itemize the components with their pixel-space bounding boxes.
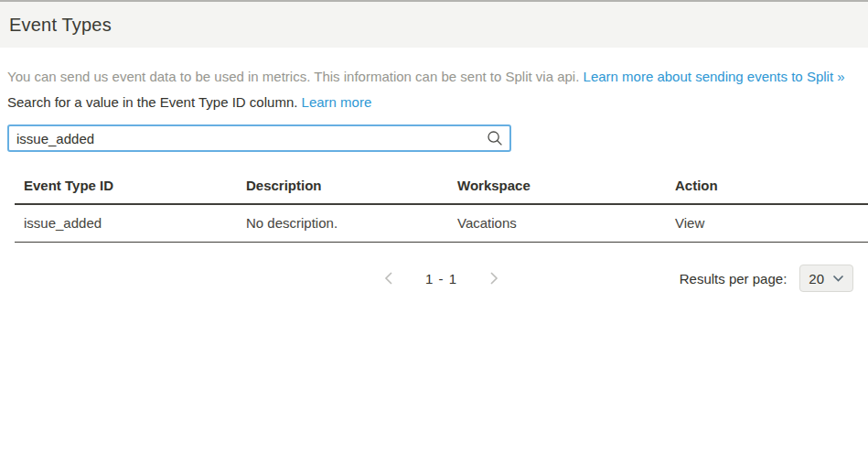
table-row: issue_added No description. Vacations Vi… [15,204,868,243]
cell-action: View [666,204,868,243]
results-per-page-value: 20 [809,271,824,286]
main-content: You can send us event data to be used in… [0,48,868,292]
cell-workspace: Vacations [448,204,666,243]
search-input[interactable] [7,124,511,152]
learn-more-link[interactable]: Learn more [302,94,372,110]
intro-text-static: You can send us event data to be used in… [7,69,584,84]
cell-event-type-id: issue_added [15,204,237,243]
chevron-down-icon [832,275,844,282]
learn-more-sending-events-link[interactable]: Learn more about sending events to Split… [584,69,845,84]
chevron-right-icon [489,271,498,286]
chevron-left-icon [384,271,393,286]
column-header-description: Description [237,167,448,204]
page-title: Event Types [9,15,112,36]
next-page-button[interactable] [488,271,500,286]
event-types-table: Event Type ID Description Workspace Acti… [15,167,868,243]
previous-page-button[interactable] [382,271,395,286]
column-header-action: Action [666,167,868,204]
column-header-workspace: Workspace [448,167,666,204]
cell-description: No description. [237,204,448,243]
page-header: Event Types [0,2,868,48]
search-hint-text: Search for a value in the Event Type ID … [7,94,868,111]
column-header-event-type-id: Event Type ID [15,167,237,204]
results-per-page-label: Results per page: [680,271,788,286]
search-box [7,124,511,152]
pagination-bar: 1 - 1 Results per page: 20 [7,265,868,292]
results-per-page: Results per page: 20 [680,265,853,292]
intro-text: You can send us event data to be used in… [7,69,868,85]
view-link[interactable]: View [675,215,704,231]
results-per-page-select[interactable]: 20 [799,265,853,292]
search-hint-static: Search for a value in the Event Type ID … [7,94,302,110]
page-range-label: 1 - 1 [425,271,457,286]
table-header-row: Event Type ID Description Workspace Acti… [15,167,868,204]
